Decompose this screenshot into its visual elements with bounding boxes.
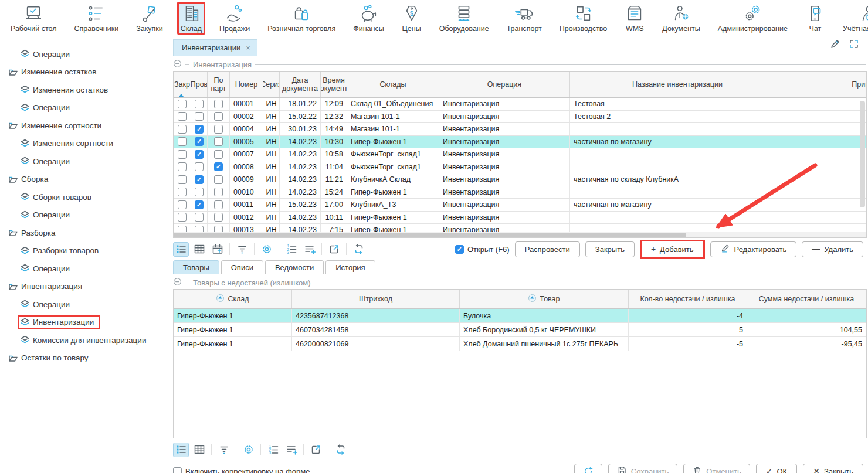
ribbon-item-account[interactable]: Учётная запись xyxy=(839,2,868,35)
by-batch-checkbox[interactable] xyxy=(214,137,223,146)
posted-checkbox[interactable] xyxy=(195,175,204,184)
sidebar-item[interactable]: Инвентаризация xyxy=(0,278,168,296)
table-row[interactable]: Гипер-Фьюжен 1 4620000821069 Хлеб Домашн… xyxy=(174,337,866,351)
by-batch-checkbox[interactable] xyxy=(214,150,223,159)
detail-tab[interactable]: История xyxy=(326,260,375,274)
sidebar-item[interactable]: Сборка xyxy=(0,171,168,189)
closed-checkbox[interactable] xyxy=(178,125,187,134)
col-operation[interactable]: Операция xyxy=(439,72,570,97)
closed-checkbox[interactable] xyxy=(178,213,187,222)
table-row[interactable]: Гипер-Фьюжен 1 4235687412368 Булочка -4 xyxy=(174,309,866,323)
posted-checkbox[interactable] xyxy=(195,125,204,134)
col-warehouse[interactable]: Склад xyxy=(174,290,292,308)
ribbon-item-references[interactable]: Справочники xyxy=(70,2,122,35)
col-inventory-name[interactable]: Название инвентаризации xyxy=(570,72,785,97)
add-list-button[interactable] xyxy=(283,443,299,457)
sidebar-item[interactable]: Операции xyxy=(0,99,168,117)
sidebar-item[interactable]: Разборки товаров xyxy=(0,242,168,260)
add-list-button[interactable] xyxy=(301,242,317,257)
ribbon-item-purchases[interactable]: Закупки xyxy=(133,2,167,35)
sidebar-item[interactable]: Операции xyxy=(0,260,168,278)
sidebar-item[interactable]: Сборки товаров xyxy=(0,188,168,206)
sidebar-item[interactable]: Операции xyxy=(0,295,168,314)
table-row[interactable]: 00001 ИН 18.01.22 12:09 Склад 01_Объедин… xyxy=(174,98,866,111)
settings-button[interactable] xyxy=(259,242,274,257)
col-barcode[interactable]: Штрихкод xyxy=(292,290,460,308)
closed-checkbox[interactable] xyxy=(178,112,187,121)
col-shortage-sum[interactable]: Сумма недостачи / излишка xyxy=(747,290,866,308)
reload-button[interactable] xyxy=(333,443,348,457)
col-by-batch[interactable]: По парт xyxy=(208,72,230,97)
ok-button[interactable]: ✓ОК xyxy=(756,464,797,473)
sidebar-item[interactable]: Изменения остатков xyxy=(0,81,168,99)
ribbon-item-finance[interactable]: Финансы xyxy=(350,2,387,35)
col-doc-time[interactable]: Время документа xyxy=(321,72,347,97)
by-batch-checkbox[interactable] xyxy=(214,162,223,171)
closed-checkbox[interactable] xyxy=(178,162,187,171)
by-batch-checkbox[interactable] xyxy=(214,175,223,184)
enable-adjustment-checkbox[interactable] xyxy=(173,467,182,473)
closed-checkbox[interactable] xyxy=(178,188,187,196)
fullscreen-icon[interactable] xyxy=(848,38,860,52)
close-form-button[interactable]: ✕Закрыть xyxy=(803,464,863,473)
posted-checkbox[interactable] xyxy=(195,137,204,146)
table-row[interactable]: 00005 ИН 14.02.23 10:30 Гипер-Фьюжен 1 И… xyxy=(174,136,866,149)
save-button[interactable]: Сохранить xyxy=(608,464,678,473)
sidebar-item[interactable]: Операции xyxy=(0,152,168,171)
ribbon-item-equipment[interactable]: Оборудование xyxy=(436,2,493,35)
ribbon-item-sales[interactable]: Продажи xyxy=(216,2,253,35)
edit-button[interactable]: Редактировать xyxy=(710,241,797,257)
closed-checkbox[interactable] xyxy=(178,150,187,159)
sidebar-item[interactable]: Инвентаризации xyxy=(0,314,168,332)
ribbon-item-administration[interactable]: Администрирование xyxy=(714,2,791,35)
closed-checkbox[interactable] xyxy=(178,175,187,184)
posted-checkbox[interactable] xyxy=(195,213,204,222)
posted-checkbox[interactable] xyxy=(195,188,204,196)
view-calendar-button[interactable] xyxy=(209,242,225,257)
collapse-icon[interactable] xyxy=(173,59,182,70)
table-row[interactable]: 00013 ИН 14.02.23 7:15 Гипер-Фьюжен 1 Ин… xyxy=(174,224,866,232)
posted-checkbox[interactable] xyxy=(195,162,204,171)
ribbon-item-production[interactable]: Производство xyxy=(556,2,611,35)
col-series[interactable]: Серия xyxy=(263,72,280,97)
by-batch-checkbox[interactable] xyxy=(214,100,223,108)
ribbon-item-warehouse[interactable]: Склад xyxy=(177,2,205,35)
view-grid-button[interactable] xyxy=(191,443,207,457)
sidebar-item[interactable]: Изменение сортности xyxy=(0,117,168,135)
numbered-list-button[interactable]: 123 xyxy=(283,242,299,257)
table-row[interactable]: 00010 ИН 14.02.23 15:24 Гипер-Фьюжен 1 И… xyxy=(174,186,866,199)
by-batch-checkbox[interactable] xyxy=(214,188,223,196)
sidebar-item[interactable]: Разборка xyxy=(0,224,168,242)
delete-button[interactable]: —Удалить xyxy=(802,241,863,257)
collapse-icon[interactable] xyxy=(173,277,182,288)
posted-checkbox[interactable] xyxy=(195,200,204,209)
view-list-button[interactable] xyxy=(173,443,189,457)
closed-checkbox[interactable] xyxy=(178,100,187,108)
edit-pencil-icon[interactable] xyxy=(829,38,841,52)
open-f6-checkbox[interactable] xyxy=(455,245,464,254)
col-doc-date[interactable]: Дата документа xyxy=(280,72,321,97)
add-button[interactable]: +Добавить xyxy=(642,241,703,257)
open-external-button[interactable] xyxy=(326,242,342,257)
table-row[interactable]: 00007 ИН 14.02.23 10:58 ФьюженТорг_склад… xyxy=(174,148,866,161)
ribbon-item-prices[interactable]: $ Цены xyxy=(398,2,425,35)
table-row[interactable]: 00012 ИН 14.02.23 10:11 Гипер-Фьюжен 1 И… xyxy=(174,212,866,224)
col-number[interactable]: Номер xyxy=(230,72,263,97)
tab-inventories[interactable]: Инвентаризации × xyxy=(173,39,257,56)
closed-checkbox[interactable] xyxy=(178,137,187,146)
by-batch-checkbox[interactable] xyxy=(214,112,223,121)
posted-checkbox[interactable] xyxy=(195,100,204,108)
horizontal-scrollbar[interactable] xyxy=(174,232,866,237)
col-warehouses[interactable]: Склады xyxy=(347,72,439,97)
detail-tab[interactable]: Ведомости xyxy=(265,260,324,274)
sidebar-item[interactable]: Изменение остатков xyxy=(0,63,168,81)
view-grid-button[interactable] xyxy=(191,242,207,257)
by-batch-checkbox[interactable] xyxy=(214,125,223,134)
ribbon-item-wms[interactable]: WMS xyxy=(621,2,648,35)
ribbon-item-chat[interactable]: Чат xyxy=(802,2,829,35)
settings-button[interactable] xyxy=(240,443,256,457)
numbered-list-button[interactable]: 123 xyxy=(265,443,281,457)
table-row[interactable]: 00009 ИН 14.02.23 11:21 КлубничкА Склад … xyxy=(174,173,866,186)
by-batch-checkbox[interactable] xyxy=(214,213,223,222)
col-closed[interactable]: Закр xyxy=(174,72,191,97)
